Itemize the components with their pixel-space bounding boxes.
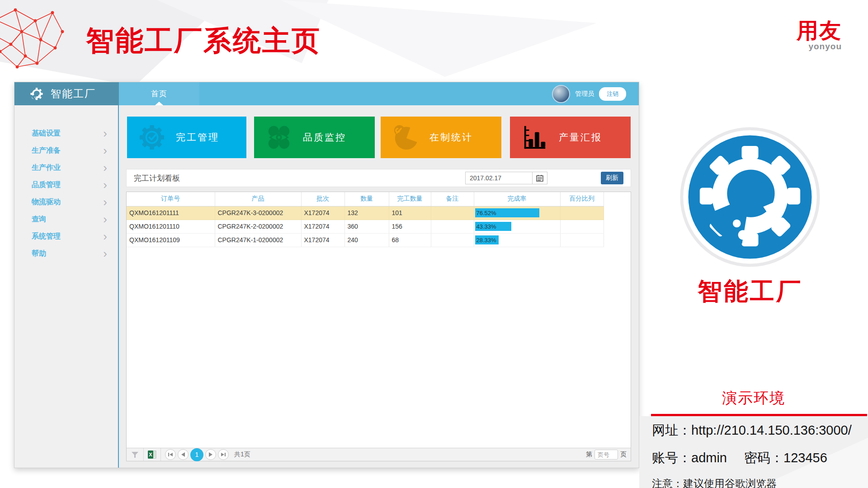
- prev-page-button[interactable]: [178, 449, 189, 460]
- sidebar-item-query[interactable]: 查询›: [14, 211, 118, 228]
- sidebar-item-label: 系统管理: [32, 232, 61, 241]
- goto-suffix: 页: [620, 450, 627, 459]
- excel-icon: X: [148, 450, 156, 459]
- board-title: 完工计划看板: [134, 173, 180, 183]
- col-note: 备注: [431, 192, 474, 206]
- board-toolbar: 完工计划看板 刷新: [126, 169, 631, 187]
- progress-bar: 28.33%: [475, 235, 499, 244]
- active-tab-notch: [155, 102, 163, 105]
- prev-page-icon: [181, 452, 185, 457]
- date-input[interactable]: [465, 172, 532, 184]
- user-area: 管理员 注销: [552, 82, 626, 105]
- tile-label: 产量汇报: [559, 131, 602, 144]
- table-row[interactable]: QXMO161201109 CPGR247K-1-0200002 X172074…: [127, 233, 604, 247]
- cell-batch: X172074: [301, 220, 344, 233]
- sidebar-item-system-mgmt[interactable]: 系统管理›: [14, 228, 118, 245]
- total-pages-label: 共1页: [234, 450, 250, 459]
- cell-note: [431, 233, 474, 247]
- cell-order-no: QXMO161201110: [127, 220, 215, 233]
- sidebar-item-production-ops[interactable]: 生产作业›: [14, 159, 118, 176]
- page-number-input[interactable]: [594, 450, 618, 460]
- cell-done-qty: 68: [389, 233, 431, 247]
- cell-percent: [560, 233, 604, 247]
- pie-chart-icon: [392, 124, 419, 150]
- cell-percent: [560, 206, 604, 220]
- pagination-bar: X 1: [127, 448, 631, 461]
- chevron-right-icon: ›: [103, 249, 107, 258]
- sidebar-item-label: 生产作业: [32, 163, 61, 173]
- browser-note: 注意：建议使用谷歌浏览器: [652, 477, 862, 488]
- gear-check-icon: [139, 124, 165, 150]
- first-page-icon: [168, 452, 173, 457]
- cell-rate: 76.52%: [474, 206, 560, 220]
- cell-batch: X172074: [301, 233, 344, 247]
- chevron-right-icon: ›: [103, 215, 107, 224]
- demo-env-title: 演示环境: [639, 388, 868, 408]
- sidebar-item-logistics[interactable]: 物流驱动›: [14, 193, 118, 211]
- tile-output-report[interactable]: 产量汇报: [510, 117, 631, 158]
- logout-button[interactable]: 注销: [599, 87, 626, 101]
- filter-button[interactable]: [127, 448, 144, 461]
- col-order-no: 订单号: [127, 192, 215, 206]
- sidebar-item-label: 生产准备: [32, 146, 61, 155]
- cell-percent: [560, 220, 604, 233]
- cell-order-no: QXMO161201109: [127, 233, 215, 247]
- tab-home[interactable]: 首页: [119, 82, 199, 105]
- cell-rate: 28.33%: [474, 233, 560, 247]
- current-page-button[interactable]: 1: [190, 448, 203, 461]
- chevron-right-icon: ›: [103, 232, 107, 241]
- network-polygon-logo: [0, 3, 69, 75]
- password-label: 密码：: [744, 450, 783, 465]
- cell-done-qty: 156: [389, 220, 431, 233]
- tile-quality-monitor[interactable]: 品质监控: [254, 117, 375, 158]
- cell-order-no: QXMO161201111: [127, 206, 215, 220]
- avatar[interactable]: [552, 85, 570, 103]
- next-page-button[interactable]: [205, 449, 216, 460]
- sidebar-item-production-prep[interactable]: 生产准备›: [14, 142, 118, 159]
- sidebar-item-label: 帮助: [32, 249, 46, 258]
- cell-product: CPGR247K-2-0200002: [215, 220, 301, 233]
- tile-wip-stats[interactable]: 在制统计: [381, 117, 501, 158]
- sidebar: 基础设置› 生产准备› 生产作业› 品质管理› 物流驱动› 查询› 系统管理› …: [14, 105, 119, 468]
- svg-text:X: X: [149, 452, 152, 457]
- app-header: 智能工厂 首页 管理员 注销: [14, 82, 639, 105]
- progress-bar: 76.52%: [475, 208, 539, 217]
- bar-chart-icon: [522, 124, 548, 150]
- gear-brand-icon: [28, 85, 45, 103]
- sidebar-item-label: 物流驱动: [32, 197, 61, 207]
- banner: 智能工厂系统主页 用友 yonyou: [0, 0, 868, 81]
- username-label: 管理员: [575, 90, 594, 98]
- tile-label: 完工管理: [176, 131, 219, 144]
- cell-qty: 132: [344, 206, 389, 220]
- calendar-button[interactable]: [532, 172, 547, 184]
- sidebar-item-basic-settings[interactable]: 基础设置›: [14, 125, 118, 142]
- cell-qty: 360: [344, 220, 389, 233]
- first-page-button[interactable]: [165, 449, 176, 460]
- cell-product: CPGR247K-1-0200002: [215, 233, 301, 247]
- yonyou-logo-en: yonyou: [797, 42, 842, 52]
- url-line: 网址：http://210.14.150.136:3000/: [652, 422, 862, 440]
- last-page-button[interactable]: [218, 449, 229, 460]
- cell-note: [431, 220, 474, 233]
- sidebar-item-help[interactable]: 帮助›: [14, 245, 118, 262]
- table-row[interactable]: QXMO161201110 CPGR247K-2-0200002 X172074…: [127, 220, 604, 233]
- tab-home-label: 首页: [151, 89, 167, 99]
- page-title: 智能工厂系统主页: [86, 22, 321, 60]
- sidebar-item-quality-mgmt[interactable]: 品质管理›: [14, 176, 118, 193]
- main-content: 完工管理 品质监控: [120, 105, 639, 468]
- table-header-row: 订单号 产品 批次 数量 完工数量 备注 完成率 百分比列: [127, 192, 604, 206]
- refresh-button[interactable]: 刷新: [601, 172, 623, 184]
- progress-label: 76.52%: [475, 210, 496, 216]
- table-row[interactable]: QXMO161201111 CPGR247K-3-0200002 X172074…: [127, 206, 604, 220]
- col-percent: 百分比列: [560, 192, 604, 206]
- smart-factory-logo: [679, 127, 821, 267]
- tile-label: 品质监控: [303, 131, 346, 144]
- page: 智能工厂系统主页 用友 yonyou: [0, 0, 868, 488]
- tile-completion-mgmt[interactable]: 完工管理: [127, 117, 246, 158]
- chevron-right-icon: ›: [103, 163, 107, 172]
- calendar-icon: [536, 174, 543, 182]
- cell-done-qty: 101: [389, 206, 431, 220]
- export-excel-button[interactable]: X: [144, 448, 161, 461]
- app-brand-label: 智能工厂: [51, 87, 96, 101]
- cell-qty: 240: [344, 233, 389, 247]
